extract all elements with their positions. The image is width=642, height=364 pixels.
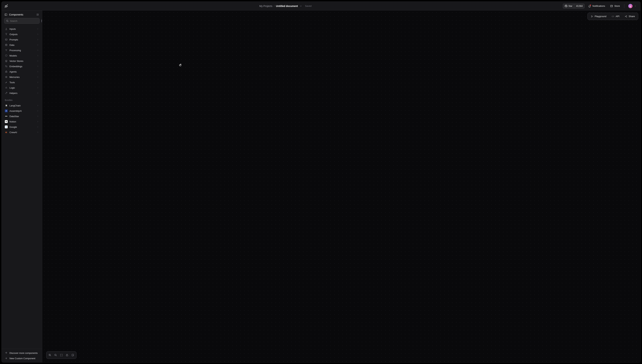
category-item[interactable]: Agents [4, 69, 40, 74]
crewai-icon: ◐ [5, 131, 8, 134]
category-item[interactable]: Tools [4, 80, 40, 85]
github-star-button[interactable]: Star 43,564 [563, 4, 584, 8]
svg-rect-0 [5, 14, 7, 16]
notification-dot [590, 5, 591, 6]
header: My Projects / Untitled document Saved St… [2, 2, 640, 10]
code-icon [612, 15, 614, 18]
canvas[interactable] [42, 10, 640, 362]
category-label: Processing [10, 49, 35, 52]
category-label: Embeddings [10, 65, 35, 68]
canvas-toolbar-bottom [46, 351, 77, 359]
chevron-right-icon [37, 38, 39, 41]
notifications-label: Notifications [592, 5, 605, 7]
star-count: 43,564 [574, 4, 584, 8]
app-frame: My Projects / Untitled document Saved St… [2, 2, 640, 362]
zoom-out-button[interactable] [53, 352, 58, 358]
search-shortcut: / [41, 19, 42, 22]
bundle-label: AssemblyAI [10, 110, 35, 112]
sidebar-sliders-button[interactable] [36, 13, 39, 16]
lock-button[interactable] [65, 352, 70, 358]
plus-icon [5, 357, 8, 360]
bundle-label: DataStax [10, 115, 35, 118]
chevron-right-icon [37, 54, 39, 57]
avatar: 🦄 [628, 4, 632, 8]
category-item[interactable]: Processing [4, 48, 40, 53]
bundle-label: CrewAI [10, 131, 35, 134]
api-button[interactable]: API [609, 14, 622, 19]
sidebar: Components / InputsOutputsPromptsDataPro… [2, 10, 42, 362]
discover-components-button[interactable]: Discover more components [4, 350, 40, 356]
category-item[interactable]: Helpers [4, 90, 40, 96]
category-label: Tools [10, 81, 35, 84]
zoom-in-button[interactable] [48, 352, 53, 358]
notion-icon: N [5, 120, 8, 123]
store-button[interactable]: Store [609, 4, 621, 8]
category-item[interactable]: Memories [4, 74, 40, 80]
datastax-icon: DS [5, 115, 8, 118]
category-label: Prompts [10, 38, 35, 41]
note-button[interactable] [70, 352, 75, 358]
svg-point-11 [6, 77, 7, 77]
bundle-item[interactable]: DSDataStax [4, 114, 40, 119]
app-logo[interactable] [5, 4, 8, 8]
bundle-item[interactable]: ◐CrewAI [4, 130, 40, 135]
chevron-right-icon [37, 76, 39, 78]
search-wrap: / [2, 18, 42, 26]
sidebar-scroll[interactable]: InputsOutputsPromptsDataProcessingModels… [2, 26, 42, 349]
binary-icon [5, 65, 8, 68]
svg-point-1 [38, 14, 39, 15]
bundle-item[interactable]: ⛓LangChain [4, 103, 40, 108]
chevron-right-icon [37, 70, 39, 73]
google-icon: G [5, 126, 8, 128]
category-item[interactable]: Outputs [4, 32, 40, 37]
new-component-label: New Custom Component [10, 357, 35, 360]
fit-view-button[interactable] [59, 352, 64, 358]
playground-button[interactable]: Playground [588, 14, 609, 19]
breadcrumb-menu-button[interactable] [299, 4, 302, 8]
category-item[interactable]: Embeddings [4, 64, 40, 69]
bundle-item[interactable]: GGoogle [4, 124, 40, 130]
category-item[interactable]: Models [4, 53, 40, 58]
sidebar-footer: Discover more components New Custom Comp… [2, 349, 42, 362]
category-label: Data [10, 44, 35, 46]
category-label: Outputs [10, 33, 35, 36]
assemblyai-icon: A [5, 110, 8, 112]
breadcrumb-current[interactable]: Untitled document [276, 5, 298, 8]
bundle-label: Google [10, 126, 35, 128]
brain-icon [5, 54, 8, 57]
account-menu[interactable]: 🦄 [627, 3, 637, 9]
filter-icon [5, 49, 8, 52]
search-icon [6, 20, 9, 22]
svg-rect-7 [5, 71, 7, 72]
saved-status: Saved [305, 5, 312, 7]
github-icon [565, 5, 567, 7]
breadcrumb: My Projects / Untitled document Saved [10, 4, 561, 8]
chevron-right-icon [37, 65, 39, 68]
svg-point-9 [7, 72, 7, 72]
category-item[interactable]: Logic [4, 85, 40, 90]
sidebar-header: Components [2, 10, 42, 18]
discover-label: Discover more components [10, 352, 38, 354]
category-item[interactable]: Prompts [4, 37, 40, 42]
store-label: Store [614, 5, 620, 7]
search-box[interactable]: / [4, 18, 40, 24]
chevron-right-icon [37, 92, 39, 94]
search-input[interactable] [10, 20, 40, 22]
wrench-icon [5, 81, 8, 84]
category-item[interactable]: Inputs [4, 26, 40, 32]
playground-label: Playground [595, 15, 606, 18]
new-component-button[interactable]: New Custom Component [4, 356, 40, 361]
breadcrumb-root[interactable]: My Projects [259, 5, 272, 8]
chevron-right-icon [37, 33, 39, 35]
bundle-item[interactable]: NNotion [4, 119, 40, 124]
layers-icon [5, 60, 8, 62]
notifications-button[interactable]: Notifications [587, 4, 606, 8]
category-label: Agents [10, 70, 35, 73]
category-item[interactable]: Data [4, 42, 40, 48]
category-item[interactable]: Vector Stores [4, 58, 40, 64]
bundle-item[interactable]: AAssemblyAI [4, 108, 40, 114]
star-label: Star [568, 5, 572, 7]
svg-point-8 [6, 72, 6, 72]
share-button[interactable]: Share [622, 14, 637, 19]
prompt-icon [5, 38, 8, 41]
